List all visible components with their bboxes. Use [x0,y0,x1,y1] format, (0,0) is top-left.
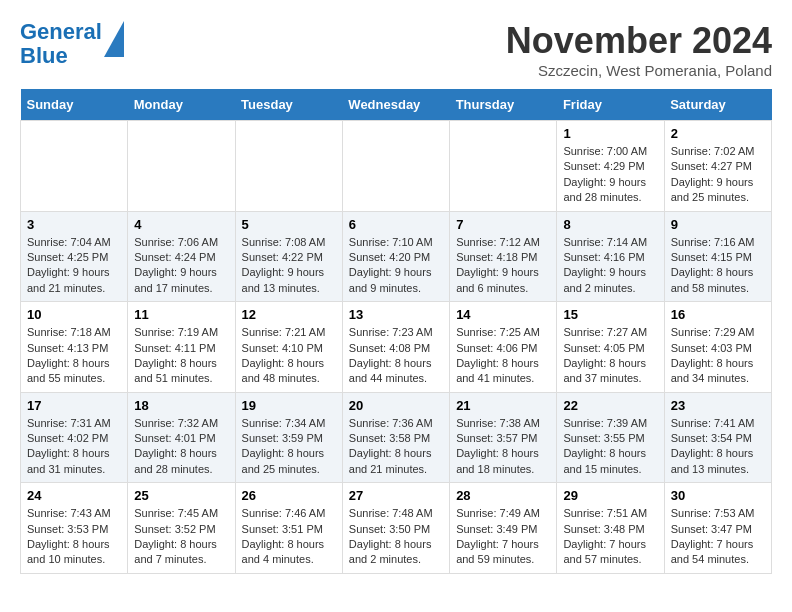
page-header: GeneralBlue November 2024 Szczecin, West… [20,20,772,79]
day-info: Sunrise: 7:12 AM Sunset: 4:18 PM Dayligh… [456,235,550,297]
day-info: Sunrise: 7:36 AM Sunset: 3:58 PM Dayligh… [349,416,443,478]
day-number: 27 [349,488,443,503]
calendar-cell: 23Sunrise: 7:41 AM Sunset: 3:54 PM Dayli… [664,392,771,483]
header-sunday: Sunday [21,89,128,121]
day-info: Sunrise: 7:29 AM Sunset: 4:03 PM Dayligh… [671,325,765,387]
calendar-cell: 15Sunrise: 7:27 AM Sunset: 4:05 PM Dayli… [557,302,664,393]
header-saturday: Saturday [664,89,771,121]
day-info: Sunrise: 7:02 AM Sunset: 4:27 PM Dayligh… [671,144,765,206]
day-info: Sunrise: 7:31 AM Sunset: 4:02 PM Dayligh… [27,416,121,478]
day-number: 1 [563,126,657,141]
day-info: Sunrise: 7:23 AM Sunset: 4:08 PM Dayligh… [349,325,443,387]
day-number: 17 [27,398,121,413]
calendar-cell: 27Sunrise: 7:48 AM Sunset: 3:50 PM Dayli… [342,483,449,574]
day-info: Sunrise: 7:27 AM Sunset: 4:05 PM Dayligh… [563,325,657,387]
day-info: Sunrise: 7:18 AM Sunset: 4:13 PM Dayligh… [27,325,121,387]
calendar-cell: 30Sunrise: 7:53 AM Sunset: 3:47 PM Dayli… [664,483,771,574]
day-number: 4 [134,217,228,232]
day-number: 28 [456,488,550,503]
calendar-body: 1Sunrise: 7:00 AM Sunset: 4:29 PM Daylig… [21,121,772,574]
day-info: Sunrise: 7:48 AM Sunset: 3:50 PM Dayligh… [349,506,443,568]
calendar-cell: 21Sunrise: 7:38 AM Sunset: 3:57 PM Dayli… [450,392,557,483]
calendar-cell: 12Sunrise: 7:21 AM Sunset: 4:10 PM Dayli… [235,302,342,393]
day-number: 30 [671,488,765,503]
day-number: 9 [671,217,765,232]
day-number: 2 [671,126,765,141]
calendar-cell [342,121,449,212]
day-number: 8 [563,217,657,232]
day-number: 20 [349,398,443,413]
day-info: Sunrise: 7:04 AM Sunset: 4:25 PM Dayligh… [27,235,121,297]
day-info: Sunrise: 7:14 AM Sunset: 4:16 PM Dayligh… [563,235,657,297]
calendar-week-4: 24Sunrise: 7:43 AM Sunset: 3:53 PM Dayli… [21,483,772,574]
calendar-cell: 19Sunrise: 7:34 AM Sunset: 3:59 PM Dayli… [235,392,342,483]
day-number: 14 [456,307,550,322]
day-info: Sunrise: 7:10 AM Sunset: 4:20 PM Dayligh… [349,235,443,297]
day-info: Sunrise: 7:19 AM Sunset: 4:11 PM Dayligh… [134,325,228,387]
day-info: Sunrise: 7:00 AM Sunset: 4:29 PM Dayligh… [563,144,657,206]
calendar-cell [235,121,342,212]
calendar-cell: 4Sunrise: 7:06 AM Sunset: 4:24 PM Daylig… [128,211,235,302]
calendar-header: Sunday Monday Tuesday Wednesday Thursday… [21,89,772,121]
calendar-cell: 29Sunrise: 7:51 AM Sunset: 3:48 PM Dayli… [557,483,664,574]
calendar-cell: 24Sunrise: 7:43 AM Sunset: 3:53 PM Dayli… [21,483,128,574]
day-number: 16 [671,307,765,322]
calendar-table: Sunday Monday Tuesday Wednesday Thursday… [20,89,772,574]
calendar-week-0: 1Sunrise: 7:00 AM Sunset: 4:29 PM Daylig… [21,121,772,212]
calendar-cell: 18Sunrise: 7:32 AM Sunset: 4:01 PM Dayli… [128,392,235,483]
calendar-cell: 10Sunrise: 7:18 AM Sunset: 4:13 PM Dayli… [21,302,128,393]
day-number: 13 [349,307,443,322]
day-number: 6 [349,217,443,232]
day-info: Sunrise: 7:06 AM Sunset: 4:24 PM Dayligh… [134,235,228,297]
calendar-cell: 5Sunrise: 7:08 AM Sunset: 4:22 PM Daylig… [235,211,342,302]
calendar-cell: 16Sunrise: 7:29 AM Sunset: 4:03 PM Dayli… [664,302,771,393]
day-info: Sunrise: 7:43 AM Sunset: 3:53 PM Dayligh… [27,506,121,568]
calendar-cell: 3Sunrise: 7:04 AM Sunset: 4:25 PM Daylig… [21,211,128,302]
day-info: Sunrise: 7:21 AM Sunset: 4:10 PM Dayligh… [242,325,336,387]
day-number: 15 [563,307,657,322]
calendar-cell: 2Sunrise: 7:02 AM Sunset: 4:27 PM Daylig… [664,121,771,212]
day-number: 22 [563,398,657,413]
svg-marker-0 [104,21,124,57]
header-row: Sunday Monday Tuesday Wednesday Thursday… [21,89,772,121]
calendar-cell: 20Sunrise: 7:36 AM Sunset: 3:58 PM Dayli… [342,392,449,483]
header-monday: Monday [128,89,235,121]
logo: GeneralBlue [20,20,124,68]
title-area: November 2024 Szczecin, West Pomerania, … [506,20,772,79]
calendar-cell: 13Sunrise: 7:23 AM Sunset: 4:08 PM Dayli… [342,302,449,393]
day-number: 18 [134,398,228,413]
day-number: 29 [563,488,657,503]
day-number: 25 [134,488,228,503]
day-info: Sunrise: 7:08 AM Sunset: 4:22 PM Dayligh… [242,235,336,297]
day-number: 12 [242,307,336,322]
day-info: Sunrise: 7:39 AM Sunset: 3:55 PM Dayligh… [563,416,657,478]
day-info: Sunrise: 7:34 AM Sunset: 3:59 PM Dayligh… [242,416,336,478]
location: Szczecin, West Pomerania, Poland [506,62,772,79]
day-info: Sunrise: 7:46 AM Sunset: 3:51 PM Dayligh… [242,506,336,568]
calendar-cell: 17Sunrise: 7:31 AM Sunset: 4:02 PM Dayli… [21,392,128,483]
calendar-cell: 6Sunrise: 7:10 AM Sunset: 4:20 PM Daylig… [342,211,449,302]
calendar-cell: 8Sunrise: 7:14 AM Sunset: 4:16 PM Daylig… [557,211,664,302]
calendar-cell: 25Sunrise: 7:45 AM Sunset: 3:52 PM Dayli… [128,483,235,574]
day-info: Sunrise: 7:41 AM Sunset: 3:54 PM Dayligh… [671,416,765,478]
day-info: Sunrise: 7:16 AM Sunset: 4:15 PM Dayligh… [671,235,765,297]
calendar-cell: 11Sunrise: 7:19 AM Sunset: 4:11 PM Dayli… [128,302,235,393]
day-number: 26 [242,488,336,503]
day-info: Sunrise: 7:25 AM Sunset: 4:06 PM Dayligh… [456,325,550,387]
day-number: 23 [671,398,765,413]
header-friday: Friday [557,89,664,121]
day-info: Sunrise: 7:53 AM Sunset: 3:47 PM Dayligh… [671,506,765,568]
day-number: 19 [242,398,336,413]
logo-icon [104,21,124,57]
calendar-cell [21,121,128,212]
calendar-week-2: 10Sunrise: 7:18 AM Sunset: 4:13 PM Dayli… [21,302,772,393]
calendar-cell: 14Sunrise: 7:25 AM Sunset: 4:06 PM Dayli… [450,302,557,393]
day-number: 11 [134,307,228,322]
day-number: 24 [27,488,121,503]
calendar-cell: 22Sunrise: 7:39 AM Sunset: 3:55 PM Dayli… [557,392,664,483]
header-thursday: Thursday [450,89,557,121]
day-number: 21 [456,398,550,413]
day-info: Sunrise: 7:51 AM Sunset: 3:48 PM Dayligh… [563,506,657,568]
calendar-week-3: 17Sunrise: 7:31 AM Sunset: 4:02 PM Dayli… [21,392,772,483]
calendar-week-1: 3Sunrise: 7:04 AM Sunset: 4:25 PM Daylig… [21,211,772,302]
